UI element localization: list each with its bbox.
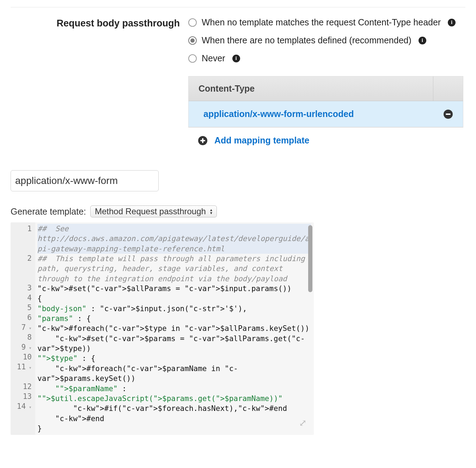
template-editor[interactable]: 1234567891011121314 ## See http://docs.a… bbox=[11, 222, 314, 435]
info-icon[interactable]: i bbox=[419, 37, 426, 44]
scrollbar-thumb[interactable] bbox=[308, 225, 312, 292]
info-icon[interactable]: i bbox=[232, 55, 240, 62]
remove-icon[interactable] bbox=[444, 110, 453, 119]
resize-icon[interactable]: ⤢ bbox=[299, 418, 307, 429]
generate-template-select[interactable]: Method Request passthrough ▲▼ bbox=[90, 205, 217, 217]
radio-label: Never bbox=[202, 53, 225, 63]
table-row[interactable]: application/x-www-form-urlencoded bbox=[189, 101, 463, 127]
select-arrows-icon: ▲▼ bbox=[209, 209, 213, 215]
radio-icon bbox=[188, 18, 197, 27]
content-type-link[interactable]: application/x-www-form-urlencoded bbox=[189, 101, 433, 127]
plus-icon bbox=[198, 136, 207, 145]
editor-code[interactable]: ## See http://docs.aws.amazon.com/apigat… bbox=[35, 222, 314, 435]
table-header: Content-Type bbox=[189, 76, 463, 101]
generate-template-label: Generate template: bbox=[11, 207, 86, 217]
add-mapping-template-button[interactable]: Add mapping template bbox=[188, 128, 465, 149]
radio-icon bbox=[188, 54, 197, 63]
editor-gutter: 1234567891011121314 bbox=[11, 222, 35, 435]
divider bbox=[11, 7, 465, 7]
radio-option-no-templates[interactable]: When there are no templates defined (rec… bbox=[188, 35, 465, 45]
mapping-templates-table: Content-Type application/x-www-form-urle… bbox=[188, 76, 463, 128]
add-mapping-template-label: Add mapping template bbox=[214, 135, 309, 146]
radio-option-never[interactable]: Never i bbox=[188, 53, 465, 63]
select-value: Method Request passthrough bbox=[95, 207, 206, 216]
passthrough-radio-group: When no template matches the request Con… bbox=[188, 17, 465, 63]
content-type-input[interactable] bbox=[11, 170, 159, 191]
radio-icon bbox=[188, 36, 197, 45]
column-actions bbox=[433, 76, 463, 101]
radio-option-no-match[interactable]: When no template matches the request Con… bbox=[188, 17, 465, 27]
radio-label: When no template matches the request Con… bbox=[202, 17, 441, 27]
radio-label: When there are no templates defined (rec… bbox=[202, 35, 411, 45]
section-label: Request body passthrough bbox=[11, 17, 180, 63]
info-icon[interactable]: i bbox=[448, 19, 456, 26]
column-content-type: Content-Type bbox=[189, 76, 433, 101]
